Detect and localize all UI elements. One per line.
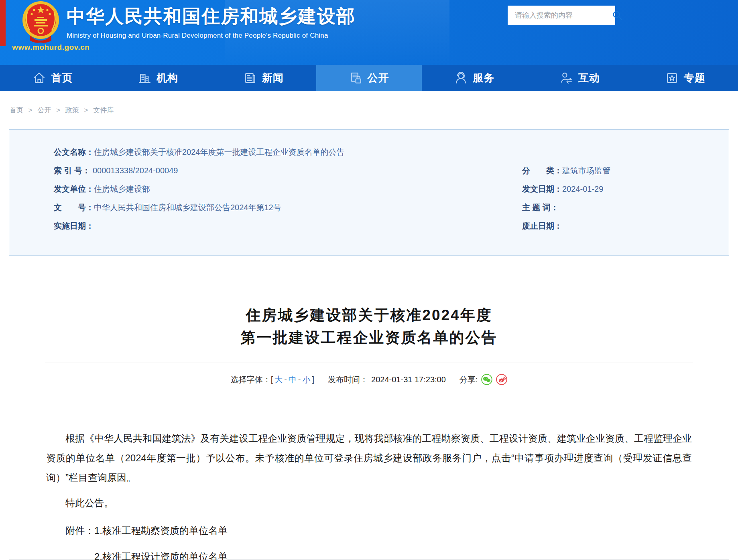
- publish-time: 2024-01-31 17:23:00: [371, 375, 446, 384]
- search-input[interactable]: [508, 6, 612, 25]
- doc-info-label: 文 号：: [54, 202, 94, 213]
- search-icon[interactable]: [612, 10, 622, 20]
- article-title: 住房城乡建设部关于核准2024年度 第一批建设工程企业资质名单的公告: [9, 304, 729, 349]
- article-paragraph-1: 根据《中华人民共和国建筑法》及有关建设工程企业资质管理规定，现将我部核准的工程勘…: [46, 428, 692, 487]
- site-url: www.mohurd.gov.cn: [12, 43, 89, 52]
- national-emblem-icon: [22, 1, 59, 44]
- search-box: [508, 6, 615, 25]
- site-subtitle-en: Ministry of Housing and Urban-Rural Deve…: [67, 32, 356, 40]
- site-title: 中华人民共和国住房和城乡建设部: [67, 4, 356, 29]
- nav-item-service[interactable]: 服务: [422, 65, 527, 91]
- service-icon: [454, 71, 468, 85]
- nav-item-home[interactable]: 首页: [0, 65, 106, 91]
- breadcrumb-separator: >: [84, 106, 88, 114]
- breadcrumb-disclosure[interactable]: 公开: [37, 106, 51, 114]
- breadcrumb-separator: >: [56, 106, 60, 114]
- doc-info-row-number: 文 号： 中华人民共和国住房和城乡建设部公告2024年第12号: [54, 198, 345, 217]
- font-size-large-link[interactable]: 大: [274, 374, 283, 385]
- breadcrumb-home[interactable]: 首页: [10, 106, 23, 114]
- nav-item-label: 专题: [684, 71, 705, 85]
- doc-info-left-column: 公文名称： 住房城乡建设部关于核准2024年度第一批建设工程企业资质名单的公告 …: [54, 143, 345, 235]
- home-icon: [33, 71, 46, 85]
- doc-info-panel: 公文名称： 住房城乡建设部关于核准2024年度第一批建设工程企业资质名单的公告 …: [9, 129, 729, 256]
- bracket-close: ]: [312, 375, 315, 384]
- attachment-1-link[interactable]: 1.核准工程勘察资质的单位名单: [94, 525, 228, 536]
- doc-info-row-index: 索 引 号： 000013338/2024-00049: [54, 161, 345, 180]
- attachments-line-2: 2.核准工程设计资质的单位名单: [94, 547, 692, 560]
- article-meta: 选择字体： [ 大 - 中 - 小 ] 发布时间： 2024-01-31 17:…: [9, 374, 729, 385]
- doc-info-value: 中华人民共和国住房和城乡建设部公告2024年第12号: [94, 202, 281, 213]
- page: www.mohurd.gov.cn 中华人民共和国住房和城乡建设部 Minist…: [0, 0, 738, 560]
- doc-info-label: 发文单位：: [54, 184, 94, 195]
- header-titles: 中华人民共和国住房和城乡建设部 Ministry of Housing and …: [67, 4, 356, 40]
- doc-info-value: 住房城乡建设部关于核准2024年度第一批建设工程企业资质名单的公告: [94, 147, 345, 158]
- doc-info-row-effective-date: 实施日期：: [54, 217, 345, 235]
- article-title-line1: 住房城乡建设部关于核准2024年度: [9, 304, 729, 327]
- doc-info-label: 废止日期：: [522, 221, 562, 231]
- nav-item-label: 首页: [51, 71, 73, 85]
- doc-info-value: 住房城乡建设部: [94, 184, 150, 195]
- nav-item-organization[interactable]: 机构: [106, 65, 211, 91]
- title-divider: [45, 363, 693, 363]
- doc-info-label: 实施日期：: [54, 221, 94, 231]
- site-header: www.mohurd.gov.cn 中华人民共和国住房和城乡建设部 Minist…: [0, 0, 738, 65]
- dash: -: [298, 375, 301, 384]
- breadcrumb-policy[interactable]: 政策: [65, 106, 79, 114]
- attachment-2-link[interactable]: 2.核准工程设计资质的单位名单: [94, 551, 228, 560]
- article-paragraph-2: 特此公告。: [46, 493, 692, 513]
- doc-info-row-title: 公文名称： 住房城乡建设部关于核准2024年度第一批建设工程企业资质名单的公告: [54, 143, 345, 161]
- breadcrumb-separator: >: [28, 106, 33, 114]
- doc-info-label: 公文名称：: [54, 147, 94, 158]
- nav-item-disclosure[interactable]: 公开: [316, 65, 422, 91]
- article-body: 根据《中华人民共和国建筑法》及有关建设工程企业资质管理规定，现将我部核准的工程勘…: [46, 428, 692, 560]
- doc-info-label: 主 题 词：: [522, 202, 561, 213]
- nav-item-label: 机构: [157, 71, 178, 85]
- doc-info-row-issue-date: 发文日期： 2024-01-29: [522, 180, 610, 198]
- font-size-medium-link[interactable]: 中: [289, 374, 297, 385]
- bracket-open: [: [271, 375, 273, 384]
- attachment-label: 附件：: [65, 525, 94, 536]
- main-nav: 首页 机构 新闻 公开 服务: [0, 65, 738, 91]
- publish-time-label: 发布时间：: [328, 374, 368, 385]
- nav-item-topics[interactable]: 专题: [632, 65, 738, 91]
- disclosure-icon: [349, 71, 362, 85]
- doc-info-right-column: 分 类： 建筑市场监管 发文日期： 2024-01-29 主 题 词： 废止日期…: [522, 161, 610, 235]
- nav-item-label: 互动: [578, 71, 600, 85]
- doc-info-value: 000013338/2024-00049: [93, 166, 178, 175]
- doc-info-label: 发文日期：: [522, 184, 562, 195]
- doc-info-row-repeal-date: 废止日期：: [522, 217, 610, 235]
- breadcrumb-current: 文件库: [93, 106, 114, 114]
- interaction-icon: [560, 71, 573, 85]
- nav-item-interaction[interactable]: 互动: [527, 65, 633, 91]
- doc-info-label: 分 类：: [522, 165, 562, 176]
- left-red-strip: [0, 0, 6, 46]
- article-card: 住房城乡建设部关于核准2024年度 第一批建设工程企业资质名单的公告 选择字体：…: [9, 279, 729, 560]
- font-size-small-link[interactable]: 小: [303, 374, 311, 385]
- breadcrumb: 首页 > 公开 > 政策 > 文件库: [0, 91, 738, 115]
- news-icon: [244, 71, 257, 85]
- doc-info-label: 索 引 号：: [54, 165, 93, 176]
- nav-item-news[interactable]: 新闻: [211, 65, 316, 91]
- font-size-label: 选择字体：: [231, 374, 271, 385]
- topics-icon: [665, 71, 679, 85]
- wechat-share-icon[interactable]: [481, 374, 492, 385]
- doc-info-row-category: 分 类： 建筑市场监管: [522, 161, 610, 180]
- nav-item-label: 公开: [368, 71, 389, 85]
- doc-info-row-issuer: 发文单位： 住房城乡建设部: [54, 180, 345, 198]
- weibo-share-icon[interactable]: [496, 374, 507, 385]
- dash: -: [284, 375, 287, 384]
- organization-icon: [138, 71, 151, 85]
- attachments-line-1: 附件：1.核准工程勘察资质的单位名单: [46, 521, 692, 540]
- doc-info-value: 2024-01-29: [562, 185, 603, 194]
- nav-item-label: 服务: [473, 71, 494, 85]
- doc-info-value: 建筑市场监管: [562, 165, 610, 176]
- share-label: 分享:: [459, 374, 478, 385]
- doc-info-row-subject: 主 题 词：: [522, 198, 610, 217]
- article-title-line2: 第一批建设工程企业资质名单的公告: [9, 327, 729, 349]
- nav-item-label: 新闻: [262, 71, 284, 85]
